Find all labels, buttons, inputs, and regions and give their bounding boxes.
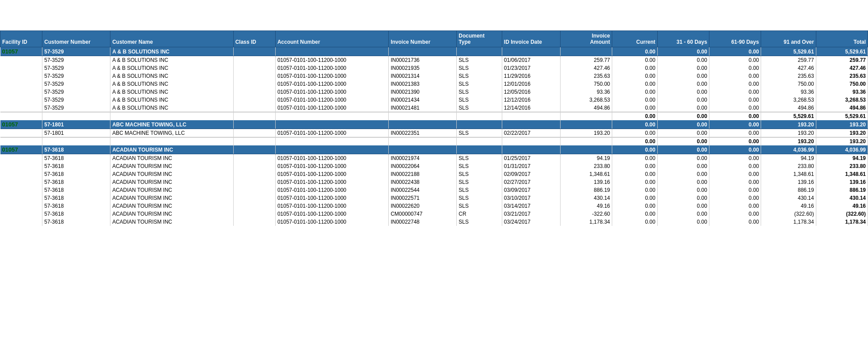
cell-customer-name: ABC MACHINE TOWING, LLC	[110, 129, 233, 137]
cell-invoice-number: IN00021974	[389, 154, 457, 163]
cell-customer-name: A & B SOLUTIONS INC	[110, 47, 233, 56]
cell-customer-number: 57-3618	[42, 210, 110, 218]
cell-invoice-number: IN00021434	[389, 96, 457, 104]
cell-invoice-number	[389, 112, 457, 121]
cell-class-id	[233, 64, 275, 72]
subtotal-row: 0.000.000.005,529.615,529.61	[0, 112, 868, 121]
cell-61-90-days: 0.00	[709, 178, 761, 186]
cell-class-id	[233, 194, 275, 202]
cell-current: 0.00	[612, 202, 658, 210]
cell-invoice-number: CM00000747	[389, 210, 457, 218]
cell-facility-id	[0, 137, 42, 146]
cell-class-id	[233, 154, 275, 163]
cell-facility-id	[0, 170, 42, 178]
cell-account-number: 01057-0101-100-11200-1000	[275, 64, 388, 72]
col-31-60-days: 31 - 60 Days	[657, 31, 709, 47]
cell-customer-number: 57-3529	[42, 88, 110, 96]
aging-date-block	[141, 22, 274, 28]
col-total: Total	[816, 31, 868, 47]
cell-invoice-number: IN00021314	[389, 72, 457, 80]
cell-total: 5,529.61	[816, 112, 868, 121]
cell-invoice-amount: 93.36	[560, 88, 612, 96]
cell-account-number: 01057-0101-100-11200-1000	[275, 88, 388, 96]
cell-document-type: SLS	[457, 104, 502, 112]
cell-current: 0.00	[612, 186, 658, 194]
cell-91-over: 193.20	[761, 120, 816, 129]
cell-invoice-number	[389, 47, 457, 56]
cell-invoice-amount	[560, 112, 612, 121]
cell-facility-id: 01057	[0, 145, 42, 154]
cell-31-60-days: 0.00	[657, 72, 709, 80]
cell-class-id	[233, 96, 275, 104]
cell-91-over: 427.46	[761, 64, 816, 72]
cell-invoice-amount: 750.00	[560, 80, 612, 88]
cell-invoice-number: IN00022351	[389, 129, 457, 137]
cell-current: 0.00	[612, 210, 658, 218]
cell-customer-name: ACADIAN TOURISM INC	[110, 162, 233, 170]
cell-total: 193.20	[816, 120, 868, 129]
cell-total: 93.36	[816, 88, 868, 96]
table-row: 57-3618ACADIAN TOURISM INC01057-0101-100…	[0, 202, 868, 210]
cell-invoice-amount: 235.63	[560, 72, 612, 80]
cell-customer-name: ABC MACHINE TOWING, LLC	[110, 120, 233, 129]
cell-customer-name: ACADIAN TOURISM INC	[110, 178, 233, 186]
cell-facility-id	[0, 178, 42, 186]
cell-account-number: 01057-0101-100-11200-1000	[275, 104, 388, 112]
cell-document-type: CR	[457, 210, 502, 218]
table-row: 57-3618ACADIAN TOURISM INC01057-0101-100…	[0, 218, 868, 226]
cell-customer-name: ACADIAN TOURISM INC	[110, 145, 233, 154]
table-row: 57-3529A & B SOLUTIONS INC01057-0101-100…	[0, 80, 868, 88]
cell-total: 193.20	[816, 137, 868, 146]
col-customer-name: Customer Name	[110, 31, 233, 47]
cell-account-number: 01057-0101-100-11200-1000	[275, 210, 388, 218]
table-row: 57-1801ABC MACHINE TOWING, LLC01057-0101…	[0, 129, 868, 137]
cell-facility-id	[0, 218, 42, 226]
cell-invoice-amount	[560, 47, 612, 56]
cell-document-type	[457, 47, 502, 56]
cell-customer-name: A & B SOLUTIONS INC	[110, 96, 233, 104]
cell-customer-name	[110, 112, 233, 121]
cell-invoice-date: 02/22/2017	[502, 129, 560, 137]
cell-31-60-days: 0.00	[657, 145, 709, 154]
cell-document-type	[457, 137, 502, 146]
cell-account-number: 01057-0101-100-11200-1000	[275, 80, 388, 88]
cell-61-90-days: 0.00	[709, 194, 761, 202]
cell-customer-number: 57-3529	[42, 47, 110, 56]
cell-91-over: 1,178.34	[761, 218, 816, 226]
cell-61-90-days: 0.00	[709, 218, 761, 226]
group-header-row: 0105757-3618ACADIAN TOURISM INC0.000.000…	[0, 145, 868, 154]
cell-invoice-amount: 430.14	[560, 194, 612, 202]
cell-invoice-number: IN00021383	[389, 80, 457, 88]
cell-document-type: SLS	[457, 194, 502, 202]
cell-61-90-days: 0.00	[709, 120, 761, 129]
cell-customer-name: ACADIAN TOURISM INC	[110, 218, 233, 226]
cell-class-id	[233, 72, 275, 80]
cell-invoice-number: IN00022438	[389, 178, 457, 186]
cell-customer-number: 57-3618	[42, 178, 110, 186]
cell-customer-number: 57-3618	[42, 194, 110, 202]
cell-customer-name: A & B SOLUTIONS INC	[110, 56, 233, 65]
cell-customer-name: A & B SOLUTIONS INC	[110, 88, 233, 96]
cell-invoice-number: IN00022571	[389, 194, 457, 202]
cell-total: 193.20	[816, 129, 868, 137]
cell-customer-number	[42, 137, 110, 146]
cell-invoice-date: 03/24/2017	[502, 218, 560, 226]
table-row: 57-3618ACADIAN TOURISM INC01057-0101-100…	[0, 170, 868, 178]
cell-total: 233.80	[816, 162, 868, 170]
cell-customer-number: 57-3618	[42, 145, 110, 154]
cell-61-90-days: 0.00	[709, 170, 761, 178]
cell-class-id	[233, 178, 275, 186]
cell-customer-number: 57-1801	[42, 129, 110, 137]
cell-class-id	[233, 104, 275, 112]
cell-61-90-days: 0.00	[709, 154, 761, 163]
cell-current: 0.00	[612, 218, 658, 226]
group-header-row: 0105757-1801ABC MACHINE TOWING, LLC0.000…	[0, 120, 868, 129]
cell-91-over: 235.63	[761, 72, 816, 80]
cell-facility-id: 01057	[0, 120, 42, 129]
cell-total: (322.60)	[816, 210, 868, 218]
cell-invoice-amount: 886.19	[560, 186, 612, 194]
cell-document-type: SLS	[457, 186, 502, 194]
cell-invoice-date: 12/01/2016	[502, 80, 560, 88]
cell-61-90-days: 0.00	[709, 72, 761, 80]
cell-class-id	[233, 56, 275, 65]
